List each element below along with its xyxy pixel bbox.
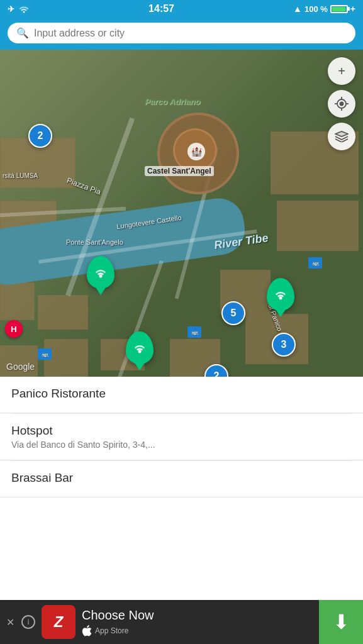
- svg-point-1: [279, 297, 282, 300]
- map-view[interactable]: River Tibe 🏰 Castel Sant'Angel Parco Adr…: [0, 50, 363, 377]
- building-block: [0, 345, 38, 377]
- result-title-panico: Panico Ristorante: [11, 387, 352, 401]
- map-controls: +: [328, 57, 355, 150]
- svg-point-8: [340, 103, 343, 106]
- lumsa-label: rsità LUMSA: [3, 172, 38, 179]
- time-display: 14:57: [148, 3, 174, 14]
- locate-button[interactable]: [328, 90, 355, 118]
- location-icon: ▲: [293, 4, 302, 14]
- charging-icon: +: [350, 4, 355, 14]
- result-title-hotspot: Hotspot: [11, 424, 352, 438]
- wifi-pin-body: [267, 278, 294, 311]
- wifi-pin-3[interactable]: [126, 331, 154, 364]
- bus-stop-icon: 🚌: [38, 348, 52, 360]
- castel-label: Castel Sant'Angel: [145, 166, 214, 176]
- wifi-pin-body: [87, 256, 114, 289]
- battery-fill: [332, 7, 345, 11]
- ponte-label: Ponte Sant'Angelo: [66, 238, 123, 246]
- cluster-badge-5[interactable]: 5: [221, 301, 245, 325]
- svg-point-0: [99, 275, 103, 278]
- result-item-panico[interactable]: Panico Ristorante: [0, 377, 363, 413]
- search-icon: 🔍: [16, 27, 29, 39]
- wifi-icon: [18, 4, 30, 13]
- results-list: Panico Ristorante Hotspot Via del Banco …: [0, 377, 363, 497]
- search-input[interactable]: [34, 28, 347, 39]
- ad-download-button[interactable]: ⬇: [319, 600, 363, 644]
- battery-indicator: [330, 5, 348, 13]
- airplane-icon: ✈: [8, 4, 14, 14]
- zoom-in-button[interactable]: +: [328, 57, 355, 85]
- result-item-hotspot[interactable]: Hotspot Via del Banco di Santo Spirito, …: [0, 414, 363, 460]
- hospital-badge: H: [5, 320, 23, 338]
- ad-text-content: Choose Now App Store: [82, 608, 319, 636]
- download-icon: ⬇: [333, 610, 350, 634]
- appstore-label: App Store: [95, 626, 128, 635]
- status-left: ✈: [8, 4, 30, 14]
- google-attribution: Google: [6, 362, 35, 372]
- parco-adriano-label: Parco Adriano: [145, 97, 200, 106]
- wifi-pin-icon: [274, 289, 288, 300]
- wifi-pin-body: [126, 331, 154, 364]
- building-block: [38, 295, 88, 330]
- cluster-badge-2-top[interactable]: 2: [28, 124, 52, 148]
- building-block: [0, 282, 35, 320]
- castel-icon: 🏰: [187, 143, 205, 160]
- building-block: [277, 201, 359, 251]
- result-title-brassai: Brassai Bar: [11, 471, 352, 485]
- search-input-wrapper[interactable]: 🔍: [8, 23, 355, 43]
- battery-percent: 100 %: [304, 4, 328, 14]
- status-right: ▲ 100 % +: [293, 4, 355, 14]
- ad-banner[interactable]: ✕ i Z Choose Now App Store ⬇: [0, 600, 363, 644]
- ad-close-button[interactable]: ✕: [0, 612, 20, 632]
- wifi-pin-1[interactable]: [87, 256, 114, 289]
- ad-title: Choose Now: [82, 608, 319, 623]
- status-bar: ✈ 14:57 ▲ 100 % +: [0, 0, 363, 18]
- layers-button[interactable]: [328, 123, 355, 150]
- svg-point-2: [138, 350, 142, 353]
- apple-logo-icon: [82, 625, 92, 636]
- ad-info-button[interactable]: i: [21, 615, 35, 629]
- bus-stop-icon-3: 🚌: [308, 257, 322, 269]
- wifi-pin-icon: [133, 342, 147, 353]
- search-bar-container: 🔍: [0, 18, 363, 50]
- result-subtitle-hotspot: Via del Banco di Santo Spirito, 3-4,...: [11, 440, 352, 450]
- wifi-pin-icon: [94, 267, 108, 278]
- bus-stop-icon-2: 🚌: [187, 326, 201, 338]
- cluster-badge-3[interactable]: 3: [272, 333, 296, 357]
- wifi-pin-2[interactable]: [267, 278, 294, 311]
- result-item-brassai[interactable]: Brassai Bar: [0, 461, 363, 497]
- ad-thumbnail: Z: [42, 605, 75, 639]
- ad-appstore-row: App Store: [82, 625, 319, 636]
